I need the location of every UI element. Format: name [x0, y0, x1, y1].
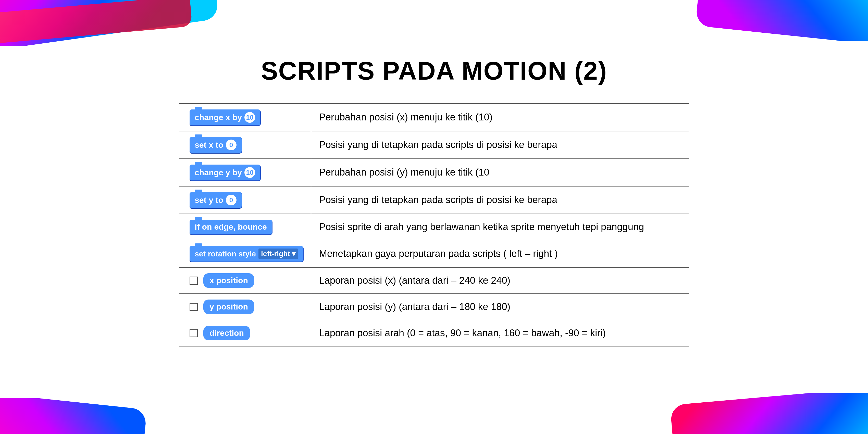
ribbon-bottomright	[664, 393, 868, 434]
desc-text: Laporan posisi arah (0 = atas, 90 = kana…	[319, 328, 606, 338]
rotation-dropdown: left-right ▾	[258, 249, 298, 259]
block-text: x position	[210, 276, 248, 285]
block-row-y-position: y position	[190, 300, 303, 314]
block-value-badge: 10	[244, 112, 255, 123]
block-cell-y-position: y position	[179, 294, 311, 320]
block-value-badge: 0	[226, 195, 237, 206]
desc-cell-change-x: Perubahan posisi (x) menuju ke titik (10…	[311, 103, 689, 131]
desc-cell-change-y: Perubahan posisi (y) menuju ke titik (10	[311, 159, 689, 186]
desc-text: Laporan posisi (y) (antara dari – 180 ke…	[319, 301, 510, 312]
checkbox-icon-y	[190, 303, 198, 311]
block-row-x-position: x position	[190, 273, 303, 288]
block-text: if on edge, bounce	[195, 222, 267, 232]
desc-text: Perubahan posisi (y) menuju ke titik (10	[319, 167, 489, 178]
scratch-block-change-y: change y by 10	[190, 164, 260, 180]
table-row: y position Laporan posisi (y) (antara da…	[179, 294, 689, 320]
table-row: if on edge, bounce Posisi sprite di arah…	[179, 214, 689, 240]
table-row: set y to 0 Posisi yang di tetapkan pada …	[179, 186, 689, 214]
block-text: change y by	[195, 168, 242, 177]
desc-text: Posisi yang di tetapkan pada scripts di …	[319, 194, 557, 205]
block-value-badge: 0	[226, 140, 237, 150]
block-value-badge: 10	[244, 167, 255, 178]
block-cell-direction: direction	[179, 320, 311, 346]
desc-cell-set-y: Posisi yang di tetapkan pada scripts di …	[311, 186, 689, 214]
block-cell-change-x: change x by 10	[179, 103, 311, 131]
block-text: set x to	[195, 140, 223, 150]
page-title: SCRIPTS PADA MOTION (2)	[261, 56, 607, 86]
block-cell-rotation: set rotation style left-right ▾	[179, 240, 311, 268]
desc-cell-rotation: Menetapkan gaya perputaran pada scripts …	[311, 240, 689, 268]
block-text: y position	[210, 302, 248, 312]
block-text: set rotation style	[195, 250, 256, 258]
table-row: set rotation style left-right ▾ Menetapk…	[179, 240, 689, 268]
desc-cell-if-on-edge: Posisi sprite di arah yang berlawanan ke…	[311, 214, 689, 240]
block-cell-change-y: change y by 10	[179, 159, 311, 186]
block-cell-set-y: set y to 0	[179, 186, 311, 214]
checkbox-icon-direction	[190, 329, 198, 337]
desc-text: Posisi yang di tetapkan pada scripts di …	[319, 139, 557, 150]
scratch-block-rotation: set rotation style left-right ▾	[190, 246, 303, 261]
table-row: change y by 10 Perubahan posisi (y) menu…	[179, 159, 689, 186]
block-cell-x-position: x position	[179, 268, 311, 294]
table-row: direction Laporan posisi arah (0 = atas,…	[179, 320, 689, 346]
report-block-direction: direction	[203, 326, 250, 340]
desc-text: Menetapkan gaya perputaran pada scripts …	[319, 248, 558, 259]
desc-text: Perubahan posisi (x) menuju ke titik (10…	[319, 112, 492, 122]
block-row-direction: direction	[190, 326, 303, 340]
block-cell-set-x: set x to 0	[179, 131, 311, 159]
block-text: direction	[210, 329, 244, 338]
desc-text: Posisi sprite di arah yang berlawanan ke…	[319, 221, 644, 232]
table-row: x position Laporan posisi (x) (antara da…	[179, 268, 689, 294]
desc-cell-set-x: Posisi yang di tetapkan pada scripts di …	[311, 131, 689, 159]
table-row: set x to 0 Posisi yang di tetapkan pada …	[179, 131, 689, 159]
desc-text: Laporan posisi (x) (antara dari – 240 ke…	[319, 275, 510, 286]
ribbon-bottomleft	[0, 398, 153, 434]
desc-cell-x-position: Laporan posisi (x) (antara dari – 240 ke…	[311, 268, 689, 294]
scratch-block-set-x: set x to 0	[190, 137, 242, 153]
desc-cell-y-position: Laporan posisi (y) (antara dari – 180 ke…	[311, 294, 689, 320]
block-text: change x by	[195, 113, 242, 122]
report-block-x-position: x position	[203, 273, 254, 288]
scratch-block-set-y: set y to 0	[190, 192, 242, 208]
report-block-y-position: y position	[203, 300, 254, 314]
block-cell-if-on-edge: if on edge, bounce	[179, 214, 311, 240]
scratch-block-if-on-edge: if on edge, bounce	[190, 220, 272, 234]
page-content: SCRIPTS PADA MOTION (2) change x by 10 P…	[0, 0, 868, 346]
block-text: set y to	[195, 195, 223, 205]
desc-cell-direction: Laporan posisi arah (0 = atas, 90 = kana…	[311, 320, 689, 346]
table-row: change x by 10 Perubahan posisi (x) menu…	[179, 103, 689, 131]
scratch-block-change-x: change x by 10	[190, 110, 260, 125]
main-table: change x by 10 Perubahan posisi (x) menu…	[179, 103, 689, 346]
checkbox-icon-x	[190, 277, 198, 285]
